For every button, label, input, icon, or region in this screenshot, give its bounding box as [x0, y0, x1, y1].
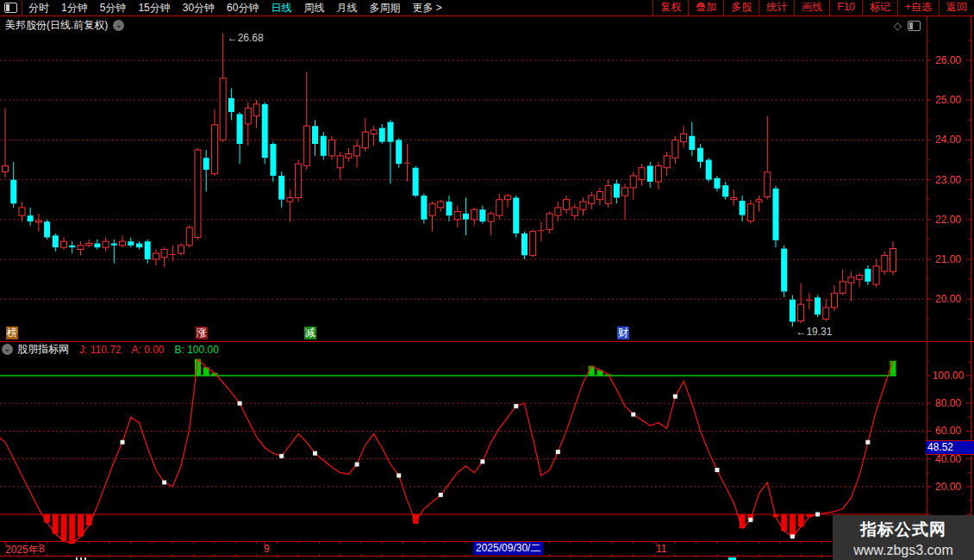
- price-axis-label: 22.00: [935, 214, 961, 226]
- indicator-axis-label: 60.00: [935, 425, 961, 437]
- chart-tag-2[interactable]: 减: [304, 327, 316, 339]
- top-menu-bar: 分时1分钟5分钟15分钟30分钟60分钟日线周线月线多周期更多 > 复权叠加多股…: [0, 0, 974, 16]
- toolbar-buttons: 复权叠加多股统计画线F10标记+自选返回: [652, 0, 974, 16]
- menu-item-10[interactable]: 更多 >: [406, 1, 447, 16]
- toolbar-button-8[interactable]: 返回: [939, 0, 974, 16]
- price-axis-label: 26.00: [935, 54, 961, 66]
- toolbar-button-1[interactable]: 叠加: [688, 0, 723, 16]
- price-axis-label: 23.00: [935, 174, 961, 186]
- toolbar-button-5[interactable]: F10: [829, 0, 862, 16]
- stock-title: 美邦股份(日线.前复权): [0, 18, 108, 33]
- date-axis-label-1: 8: [39, 543, 45, 555]
- high-annotation: ←26.68: [228, 32, 264, 44]
- date-axis[interactable]: 2025/09/30/二 2025年8911: [0, 541, 974, 557]
- price-gridlines: [0, 60, 927, 299]
- watermark-line2: www.zbgs3.com: [833, 543, 974, 558]
- menu-item-6[interactable]: 日线: [265, 1, 297, 16]
- date-axis-label-0: 2025年: [5, 543, 39, 557]
- period-menu: 分时1分钟5分钟15分钟30分钟60分钟日线周线月线多周期更多 >: [22, 1, 448, 16]
- indicator-axis-label: 20.00: [935, 481, 961, 493]
- price-axis-label: 24.00: [935, 134, 961, 146]
- menu-item-0[interactable]: 分时: [22, 1, 55, 16]
- chart-tag-0[interactable]: 榜: [6, 327, 18, 339]
- selected-date-badge: 2025/09/30/二: [473, 542, 543, 555]
- indicator-value-badge: 48.52: [926, 440, 974, 455]
- menu-item-1[interactable]: 1分钟: [55, 1, 94, 16]
- toolbar-button-7[interactable]: +自选: [897, 0, 939, 16]
- app-window: 分时1分钟5分钟15分钟30分钟60分钟日线周线月线多周期更多 > 复权叠加多股…: [0, 0, 974, 560]
- toolbar-button-2[interactable]: 多股: [723, 0, 759, 16]
- watermark-line1: 指标公式网: [833, 519, 974, 541]
- chart-tag-3[interactable]: 财: [617, 327, 629, 339]
- toolbar-button-3[interactable]: 统计: [759, 0, 794, 16]
- chevron-down-icon[interactable]: ⌄: [2, 344, 13, 355]
- panel-divider-line: [0, 341, 974, 342]
- date-axis-label-3: 11: [656, 543, 666, 555]
- chevron-down-icon[interactable]: ⌄: [113, 20, 124, 31]
- indicator-header: ⌄ 股朋指标网 J: 110.72 A: 0.00 B: 100.00: [2, 343, 219, 356]
- title-bar: 美邦股份(日线.前复权) ⌄ ◇: [0, 16, 974, 34]
- menu-item-9[interactable]: 多周期: [363, 1, 406, 16]
- indicator-axis: 100.0080.0060.0040.0020.00: [927, 362, 971, 514]
- indicator-name[interactable]: 股朋指标网: [17, 342, 69, 357]
- price-axis: 26.0025.0024.0023.0022.0021.0020.00: [927, 40, 971, 319]
- right-border-line: [971, 16, 971, 557]
- menu-item-7[interactable]: 周线: [297, 1, 330, 16]
- indicator-bars: [44, 359, 896, 544]
- menu-item-2[interactable]: 5分钟: [94, 1, 133, 16]
- date-axis-label-2: 9: [264, 543, 270, 555]
- indicator-chart[interactable]: 100.0080.0060.0040.0020.00: [0, 342, 974, 541]
- toolbar-button-0[interactable]: 复权: [652, 0, 688, 16]
- price-axis-label: 25.00: [935, 94, 961, 106]
- chart-tag-1[interactable]: 涨: [196, 327, 208, 339]
- watermark: 指标公式网 www.zbgs3.com: [833, 515, 974, 560]
- indicator-j-value: J: 110.72: [79, 344, 121, 356]
- window-layout-icon[interactable]: [4, 3, 17, 13]
- menu-item-3[interactable]: 15分钟: [132, 1, 176, 16]
- menu-item-5[interactable]: 60分钟: [221, 1, 265, 16]
- indicator-a-value: A: 0.00: [131, 344, 164, 356]
- diamond-icon[interactable]: ◇: [894, 20, 902, 32]
- toolbar-button-6[interactable]: 标记: [862, 0, 897, 16]
- low-annotation: ←19.31: [796, 326, 832, 338]
- j-line-markers: [121, 395, 871, 539]
- j-line: [0, 359, 893, 544]
- toolbar-button-4[interactable]: 画线: [794, 0, 829, 16]
- indicator-b-value: B: 100.00: [175, 344, 219, 356]
- menu-item-8[interactable]: 月线: [330, 1, 363, 16]
- axis-separator-line: [927, 16, 927, 557]
- indicator-axis-label: 100.00: [933, 370, 965, 382]
- indicator-axis-label: 80.00: [935, 397, 961, 409]
- main-candlestick-chart[interactable]: 26.0025.0024.0023.0022.0021.0020.00←26.6…: [0, 34, 974, 341]
- menu-item-4[interactable]: 30分钟: [177, 1, 221, 16]
- panel-toggle-icon[interactable]: [908, 21, 921, 31]
- price-axis-label: 21.00: [935, 253, 961, 265]
- price-axis-label: 20.00: [935, 293, 961, 305]
